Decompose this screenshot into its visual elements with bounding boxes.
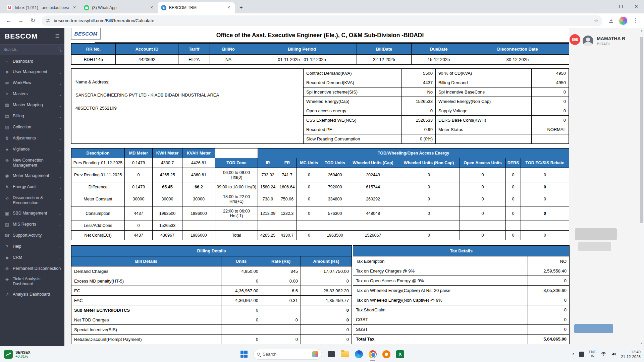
sidebar-item-masters[interactable]: ≡Masters⌄ <box>0 89 64 100</box>
sidebar-item-user-management[interactable]: ☻User Management⌄ <box>0 67 64 78</box>
search-icon[interactable] <box>58 48 60 50</box>
start-button[interactable] <box>239 350 248 359</box>
taskbar-clock[interactable]: 12:49 21-12-2025 <box>621 350 641 359</box>
table-cell: 0 <box>221 276 261 286</box>
table-cell: 5,64,865.00 <box>528 334 570 344</box>
maximize-button[interactable] <box>613 0 629 13</box>
sidebar-item-disconnection-reconnection[interactable]: ⊘Disconnection & Reconnection⌄ <box>0 193 64 208</box>
excel-button[interactable]: X <box>396 350 405 359</box>
downloads-button[interactable] <box>606 15 616 26</box>
summary-header: Tariff <box>178 44 210 55</box>
sidebar-item-meter-management[interactable]: ◉Meter Management⌄ <box>0 171 64 182</box>
address-bar[interactable]: bescom.trm.ieasybill.com/BillGeneration/… <box>42 15 602 26</box>
sidebar-item-vigilance[interactable]: ★Vigilance⌄ <box>0 144 64 155</box>
scrollbar-thumb[interactable] <box>640 37 643 223</box>
scroll-up-icon[interactable]: ▲ <box>639 28 644 33</box>
folder-icon <box>341 351 349 357</box>
table-cell: 4437 <box>125 231 153 240</box>
language-indicator[interactable]: ENG IN <box>589 350 596 358</box>
task-view-button[interactable] <box>327 350 336 359</box>
sidebar-item-collection[interactable]: ▥Collection⌄ <box>0 122 64 133</box>
pres-reading-label: Pres Reading: 01-12-2025 <box>71 158 125 168</box>
bookmark-star-icon[interactable]: ☆ <box>594 18 598 24</box>
table-cell: 30000 <box>125 192 153 206</box>
table-cell: Tax Exemption <box>353 256 528 266</box>
profile-button[interactable] <box>618 15 629 26</box>
chrome-button[interactable] <box>368 350 377 359</box>
table-cell: 750.06 <box>278 192 297 206</box>
meter-reading-table: Description MD Meter KWH Meter KVAH Mete… <box>71 148 569 240</box>
sidebar-item-new-connection-management[interactable]: ⊕New Connection Management⌄ <box>0 155 64 171</box>
tray-app-icon[interactable] <box>579 352 584 357</box>
hamburger-menu-icon[interactable]: ☰ <box>55 33 60 39</box>
taskbar-search[interactable]: Search <box>253 349 322 360</box>
tab-gmail[interactable]: M Inbox (1,011) - aee.bidadi.besc... ✕ <box>3 2 80 13</box>
sidebar-item-label: Help <box>13 244 56 249</box>
sidebar-item-ticket-analysis-dashboard[interactable]: ◈Ticket Analysis Dashboard <box>0 274 64 289</box>
tab-close-icon[interactable]: ✕ <box>149 5 154 10</box>
sidebar-item-mis-reports[interactable]: ▧MIS Reports⌄ <box>0 219 64 230</box>
minimize-button[interactable]: — <box>598 0 613 13</box>
tab-close-icon[interactable]: ✕ <box>72 5 77 10</box>
summary-header-row: RR No. Account ID Tariff BillNo Billing … <box>71 44 569 55</box>
wifi-icon[interactable] <box>601 352 606 357</box>
chevron-down-icon: ⌄ <box>59 136 62 141</box>
sidebar-item-label: Vigilance <box>13 147 56 152</box>
table-cell: 0 <box>398 182 460 192</box>
table-cell: 0 <box>506 206 521 221</box>
table-cell <box>436 134 532 144</box>
sidebar-item-sbd-management[interactable]: ▣SBD Management⌄ <box>0 208 64 219</box>
sidebar-item-label: New Connection Management <box>13 158 56 168</box>
chrome-beta-button[interactable] <box>382 350 391 359</box>
tab-whatsapp[interactable]: ☎ (3) WhatsApp ✕ <box>80 2 158 13</box>
sidebar-item-permanent-disconnection[interactable]: ⊗Permanent Disconnection <box>0 263 64 274</box>
search-input[interactable] <box>0 45 64 55</box>
sidebar-item-adjustments[interactable]: ⇅Adjustments⌄ <box>0 133 64 144</box>
browser-menu-button[interactable]: ⋮ <box>630 15 641 26</box>
tod-header: TOD Zone <box>215 158 258 168</box>
sidebar-item-label: WorkFlow <box>13 80 56 85</box>
table-row: Prev Reading 01-11-202504265.254360.6106… <box>71 168 569 182</box>
sidebar-item-support-activity[interactable]: ☎Support Activity⌄ <box>0 230 64 241</box>
close-button[interactable]: ✕ <box>629 0 644 13</box>
browser-scrollbar[interactable]: ▲ ▼ <box>639 28 644 346</box>
table-cell: Special Incentive(SIS) <box>71 325 221 335</box>
tab-close-icon[interactable]: ✕ <box>226 5 231 10</box>
table-cell: CSS Exempted WE(NCS) <box>304 116 402 125</box>
browser-tabstrip: M Inbox (1,011) - aee.bidadi.besc... ✕ ☎… <box>0 0 644 13</box>
table-row: Special Incentive(SIS)0 <box>71 325 352 335</box>
meter-header-row: Description MD Meter KWH Meter KVAH Mete… <box>71 148 569 158</box>
sidebar-item-analysis-dashboard[interactable]: ↗Analysis Dashboard <box>0 289 64 300</box>
table-cell <box>506 221 521 231</box>
table-cell: 0 <box>521 231 569 240</box>
tray-expand-icon[interactable]: ∧ <box>572 352 575 356</box>
table-cell: Contract Demand(KVA) <box>304 69 402 78</box>
volume-icon[interactable] <box>611 352 616 357</box>
sidebar-item-master-mapping[interactable]: ▦Master Mapping⌄ <box>0 100 64 111</box>
file-explorer-button[interactable] <box>341 350 350 359</box>
summary-value: 4420692 <box>116 55 178 65</box>
sidebar-item-billing[interactable]: ▤Billing⌄ <box>0 111 64 122</box>
sidebar-item-label: Support Activity <box>13 233 56 238</box>
chevron-down-icon: ⌄ <box>59 125 62 130</box>
site-settings-icon[interactable] <box>46 18 50 23</box>
summary-header: BillDate <box>357 44 412 55</box>
sidebar-item-help[interactable]: ?Help⌄ <box>0 241 64 252</box>
table-cell: 4265.25 <box>258 231 278 240</box>
sidebar-item-workflow[interactable]: ⇄WorkFlow⌄ <box>0 78 64 89</box>
forward-button[interactable]: → <box>15 15 26 26</box>
new-tab-button[interactable]: + <box>237 3 246 12</box>
table-cell: 0 <box>521 182 569 192</box>
scroll-down-icon[interactable]: ▼ <box>639 341 644 346</box>
taskbar-widget-sensex[interactable]: SENSEX +0.61% <box>4 350 31 359</box>
sidebar-item-dashboard[interactable]: ⌂Dashboard <box>0 56 64 67</box>
sidebar-item-energy-audit[interactable]: ↯Energy Audit⌄ <box>0 182 64 193</box>
sidebar-item-crm[interactable]: ◆CRM⌄ <box>0 252 64 263</box>
back-button[interactable]: ← <box>3 15 14 26</box>
edge-button[interactable] <box>355 350 363 359</box>
region-code: IN <box>589 354 596 358</box>
tab-bescom-trm[interactable]: B BESCOM-TRM ✕ <box>158 2 235 13</box>
summary-value: 22-12-2025 <box>357 55 412 65</box>
billing-header: Amount (Rs) <box>301 256 352 266</box>
reload-button[interactable]: ↻ <box>28 15 38 26</box>
